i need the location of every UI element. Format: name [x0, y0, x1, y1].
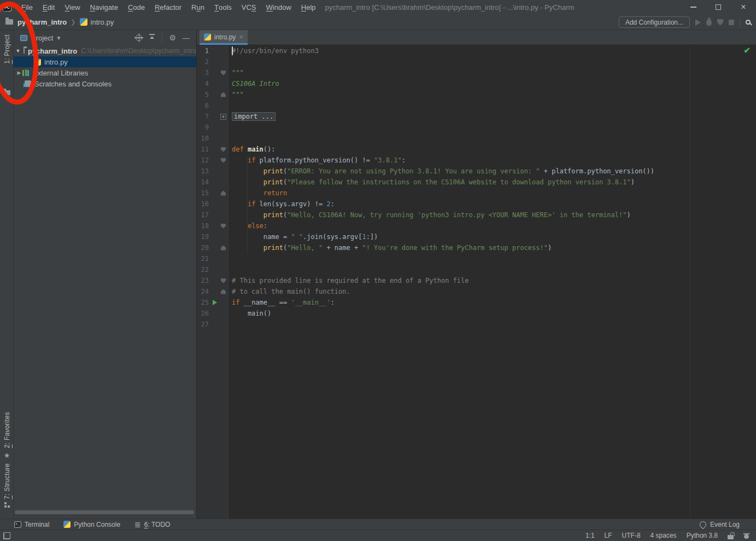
- code-area[interactable]: 1#!/usr/bin/env python323"""4CS106A Intr…: [197, 45, 756, 519]
- code-line[interactable]: 27: [197, 319, 756, 330]
- collapse-all-icon[interactable]: [149, 34, 155, 42]
- breadcrumb-file[interactable]: intro.py: [91, 18, 114, 26]
- tool-window-button-label: Python Console: [74, 521, 120, 528]
- maximize-button[interactable]: [706, 0, 731, 14]
- fold-slot: [218, 92, 228, 97]
- code-line[interactable]: 15 return: [197, 188, 756, 199]
- status-item-0[interactable]: 1:1: [585, 532, 595, 539]
- lock-icon[interactable]: [728, 535, 734, 539]
- code-line[interactable]: 23# This provided line is required at th…: [197, 275, 756, 286]
- add-configuration-button[interactable]: Add Configuration...: [619, 16, 690, 28]
- status-item-1[interactable]: LF: [605, 532, 612, 539]
- menu-window[interactable]: Window: [261, 0, 296, 14]
- chevron-down-icon[interactable]: ▼: [56, 35, 61, 41]
- run-line-icon[interactable]: [213, 300, 217, 305]
- menu-help[interactable]: Help: [296, 0, 321, 14]
- code-text: print("Hello, CS106A! Now, try running '…: [228, 211, 631, 219]
- status-item-2[interactable]: UTF-8: [622, 532, 641, 539]
- hide-panel-icon[interactable]: —: [183, 34, 190, 42]
- menu-navigate[interactable]: Navigate: [85, 0, 123, 14]
- tab-close-icon[interactable]: ×: [239, 33, 243, 40]
- code-line[interactable]: 10: [197, 133, 756, 144]
- code-text: CS106A Intro: [228, 80, 279, 88]
- menu-tools[interactable]: Tools: [209, 0, 237, 14]
- code-line[interactable]: 11def main():: [197, 144, 756, 155]
- tool-window-button-python[interactable]: Python Console: [63, 521, 120, 528]
- code-line[interactable]: 25if __name__ == '__main__':: [197, 297, 756, 308]
- gear-icon[interactable]: ⚙: [169, 34, 176, 42]
- pycharm-logo-icon[interactable]: [3, 3, 11, 11]
- fold-marker-icon[interactable]: [221, 191, 226, 196]
- tree-item-intro-py[interactable]: intro.py: [14, 56, 196, 67]
- project-panel-title[interactable]: Project: [31, 34, 53, 42]
- fold-marker-icon[interactable]: [221, 224, 226, 229]
- code-line[interactable]: 2: [197, 56, 756, 67]
- code-line[interactable]: 6: [197, 100, 756, 111]
- fold-marker-icon[interactable]: [221, 246, 226, 251]
- breadcrumb-project[interactable]: pycharm_intro: [17, 18, 67, 26]
- right-margin-guide: [690, 45, 690, 519]
- fold-expand-icon[interactable]: +: [220, 114, 226, 120]
- locate-file-icon[interactable]: [136, 34, 142, 41]
- menu-refactor[interactable]: Refactor: [150, 0, 186, 14]
- editor-area[interactable]: intro.py × ✔ 1#!/usr/bin/env python323""…: [197, 30, 756, 519]
- menu-vcs[interactable]: VCS: [237, 0, 261, 14]
- code-text: print("Hello, " + name + "! You're done …: [228, 244, 552, 252]
- menu-edit[interactable]: Edit: [38, 0, 60, 14]
- collapsed-arrow-icon[interactable]: ▶: [16, 70, 22, 75]
- code-line[interactable]: 9: [197, 122, 756, 133]
- code-line[interactable]: 3""": [197, 67, 756, 78]
- tree-item-scratches[interactable]: Scratches and Consoles: [14, 78, 196, 89]
- code-line[interactable]: 7+import ...: [197, 111, 756, 122]
- status-item-3[interactable]: 4 spaces: [650, 532, 677, 539]
- code-line[interactable]: 22: [197, 264, 756, 275]
- tool-window-button-label: Terminal: [25, 521, 49, 528]
- code-line[interactable]: 4CS106A Intro: [197, 78, 756, 89]
- code-line[interactable]: 26 main(): [197, 308, 756, 319]
- fold-marker-icon[interactable]: [221, 92, 226, 97]
- fold-marker-icon[interactable]: [221, 158, 226, 163]
- code-line[interactable]: 21: [197, 253, 756, 264]
- tree-item-project-root[interactable]: ▼ pycharm_intro C:\Users\brahm\Desktop\p…: [14, 45, 196, 56]
- fold-marker-icon[interactable]: [221, 147, 226, 152]
- tool-button-structure[interactable]: 7: Structure: [0, 463, 14, 508]
- code-line[interactable]: 18 else:: [197, 220, 756, 231]
- code-line[interactable]: 14 print("Please follow the instructions…: [197, 177, 756, 188]
- code-line[interactable]: 1#!/usr/bin/env python3: [197, 45, 756, 56]
- tool-window-switcher-icon[interactable]: [3, 532, 10, 539]
- event-log-button[interactable]: Event Log: [700, 521, 756, 528]
- line-number: 1: [197, 47, 211, 55]
- fold-marker-icon[interactable]: [221, 289, 226, 294]
- line-number: 21: [197, 255, 211, 263]
- tab-intro-py[interactable]: intro.py ×: [200, 30, 248, 44]
- scratches-icon: [25, 80, 31, 87]
- expanded-arrow-icon[interactable]: ▼: [15, 48, 21, 54]
- tool-window-button-todo[interactable]: ≣6: TODO: [134, 521, 170, 528]
- inspections-profile-icon[interactable]: [743, 533, 749, 539]
- code-line[interactable]: 19 name = " ".join(sys.argv[1:]): [197, 231, 756, 242]
- code-line[interactable]: 5""": [197, 89, 756, 100]
- search-icon[interactable]: [746, 20, 751, 25]
- menu-file[interactable]: File: [16, 0, 38, 14]
- code-line[interactable]: 13 print("ERROR: You are not using Pytho…: [197, 166, 756, 177]
- tree-external-libraries-label: External Libraries: [33, 69, 88, 77]
- menu-run[interactable]: Run: [186, 0, 209, 14]
- tool-button-favorites[interactable]: 2: Favorites ★: [0, 412, 14, 459]
- tree-item-external-libraries[interactable]: ▶ External Libraries: [14, 67, 196, 78]
- minimize-button[interactable]: [681, 0, 706, 14]
- code-line[interactable]: 24# to call the main() function.: [197, 286, 756, 297]
- tool-button-project[interactable]: 1: Project: [0, 34, 14, 95]
- horizontal-scrollbar[interactable]: [15, 510, 194, 514]
- fold-marker-icon[interactable]: [221, 278, 226, 283]
- code-line[interactable]: 12 if platform.python_version() != "3.8.…: [197, 155, 756, 166]
- code-line[interactable]: 20 print("Hello, " + name + "! You're do…: [197, 242, 756, 253]
- code-line[interactable]: 16 if len(sys.argv) != 2:: [197, 199, 756, 210]
- menu-view[interactable]: View: [60, 0, 85, 14]
- fold-marker-icon[interactable]: [221, 71, 226, 75]
- close-button[interactable]: ×: [731, 0, 756, 14]
- run-icon: [695, 19, 701, 26]
- tool-window-button-terminal[interactable]: Terminal: [14, 521, 49, 528]
- code-line[interactable]: 17 print("Hello, CS106A! Now, try runnin…: [197, 210, 756, 220]
- status-item-4[interactable]: Python 3.8: [687, 532, 718, 539]
- menu-code[interactable]: Code: [123, 0, 150, 14]
